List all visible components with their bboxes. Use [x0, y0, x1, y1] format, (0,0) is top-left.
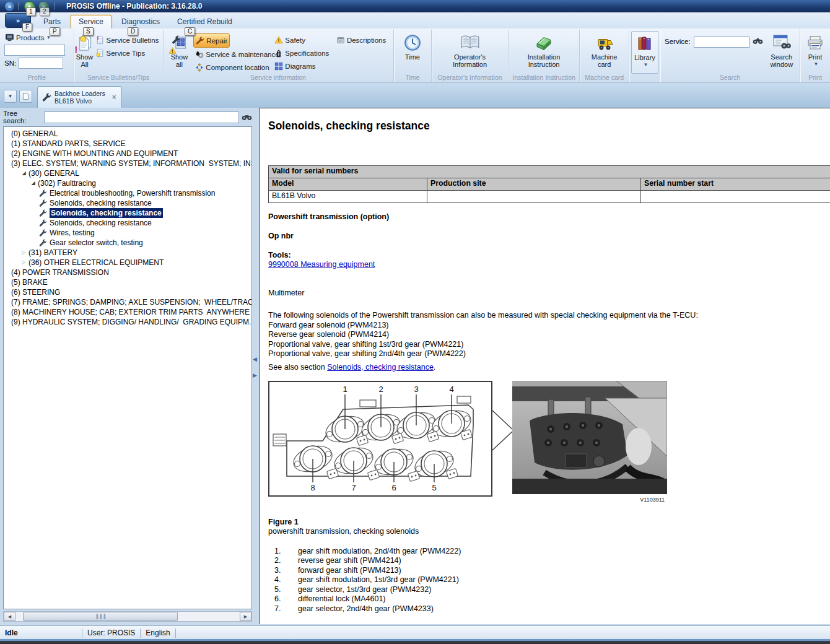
- tree-search-input[interactable]: [44, 111, 239, 123]
- tree-item[interactable]: Solenoids, checking resistance: [4, 208, 251, 218]
- scroll-right-arrow[interactable]: ▶: [240, 612, 251, 621]
- see-also-link[interactable]: Solenoids, checking resistance: [327, 363, 434, 372]
- service-search-input[interactable]: [694, 37, 749, 48]
- show-all-service-button[interactable]: Show all: [165, 31, 194, 74]
- wrench-icon: [39, 239, 48, 247]
- group-label-print: Print: [802, 74, 828, 82]
- cell-model: BL61B Volvo: [269, 190, 427, 202]
- callout-number: 6: [391, 483, 396, 492]
- group-label-search: Search: [662, 74, 798, 82]
- component-location-icon: [195, 63, 204, 72]
- tree-item[interactable]: Solenoids, checking resistance: [4, 218, 251, 228]
- tree-item[interactable]: (0) GENERAL: [4, 129, 251, 139]
- tree-item[interactable]: (1) STANDARD PARTS, SERVICE: [4, 139, 251, 149]
- service-tips-button[interactable]: Service Tips: [94, 46, 161, 59]
- expand-icon[interactable]: ▷: [20, 258, 27, 268]
- collapse-icon[interactable]: ◢: [30, 178, 37, 188]
- tree-item[interactable]: (5) BRAKE: [4, 277, 251, 287]
- operators-information-button[interactable]: Operator's Information: [436, 31, 504, 74]
- descriptions-icon: [336, 36, 345, 45]
- tree-item[interactable]: (8) MACHINERY HOUSE; CAB; EXTERIOR TRIM …: [4, 307, 251, 317]
- tree-item[interactable]: ▷(36) OTHER ELECTRICAL EQUIPMENT: [4, 258, 251, 268]
- machine-card-button[interactable]: Machine card: [583, 31, 626, 74]
- tree-item[interactable]: Wires, testing: [4, 228, 251, 238]
- safety-button[interactable]: Safety: [273, 33, 334, 46]
- paragraph-intro: The following solenoids of the Powershif…: [268, 311, 830, 321]
- callout-number: 8: [310, 483, 315, 492]
- tools-label: Tools:: [268, 251, 830, 261]
- tree-item[interactable]: ▷(31) BATTERY: [4, 248, 251, 258]
- chevron-down-icon: ▼: [644, 61, 649, 69]
- tab-close-icon[interactable]: ×: [112, 93, 116, 102]
- tab-list-dropdown-button[interactable]: ▼: [4, 90, 17, 103]
- tree-item[interactable]: (6) STEERING: [4, 287, 251, 297]
- solenoid-line: Reverse gear solenoid (PWM4214): [268, 330, 830, 340]
- show-all-bulletins-button[interactable]: ! Show All: [76, 31, 94, 74]
- tab-certified-rebuild[interactable]: Certified Rebuild: [170, 15, 240, 28]
- tree-search-binoculars-icon[interactable]: [242, 113, 252, 121]
- print-button[interactable]: Print ▼: [802, 31, 828, 74]
- component-location-button[interactable]: Component location: [193, 61, 273, 74]
- legend-item: 5.gear selector, 1st/3rd gear (PWM4232): [268, 585, 830, 595]
- tree-item-label: (36) OTHER ELECTRICAL EQUIPMENT: [28, 258, 164, 268]
- scroll-thumb[interactable]: ▐▐▐: [23, 612, 178, 621]
- service-bulletins-button[interactable]: ! Service Bulletins: [94, 33, 161, 46]
- legend-item: 4.gear shift modulation, 1st/3rd gear (P…: [268, 575, 830, 585]
- collapse-icon[interactable]: ◢: [20, 168, 27, 178]
- sn-input[interactable]: [19, 58, 63, 69]
- main-area: Tree search: (0) GENERAL(1) STANDARD PAR…: [0, 108, 830, 625]
- ribbon-group-search: Service: Search window Search: [660, 30, 800, 82]
- green-book-icon: [535, 32, 553, 53]
- tree-item[interactable]: Solenoids, checking resistance: [4, 198, 251, 208]
- tree-item-label: (6) STEERING: [11, 287, 60, 297]
- tree-item[interactable]: (9) HYDRAULIC SYSTEM; DIGGING/ HANDLING/…: [4, 317, 251, 327]
- legend-item: 1.gear shift modulation, 2nd/4th gear (P…: [268, 547, 830, 557]
- wrench-icon: [39, 229, 48, 237]
- new-document-icon: [22, 92, 29, 100]
- tree-item[interactable]: Electrical troubleshooting, Powershift t…: [4, 188, 251, 198]
- tree-item[interactable]: (2) ENGINE WITH MOUNTING AND EQUIPMENT: [4, 149, 251, 159]
- tab-diagnostics[interactable]: Diagnostics: [114, 15, 167, 28]
- scroll-left-arrow[interactable]: ◀: [4, 612, 15, 621]
- tab-parts[interactable]: Parts: [36, 15, 68, 28]
- tree-item[interactable]: ◢(30) GENERAL: [4, 168, 251, 178]
- service-maintenance-button[interactable]: Service & maintenance: [193, 48, 273, 61]
- ribbon-group-machine-card: Machine card Machine card: [580, 30, 629, 82]
- panel-splitter[interactable]: ◀ ▶: [252, 110, 259, 622]
- tools-link[interactable]: 9990008 Measuring equipment: [268, 260, 375, 269]
- tree-item-label: Solenoids, checking resistance: [50, 208, 163, 218]
- new-tab-button[interactable]: [19, 90, 32, 103]
- time-button[interactable]: Time: [397, 31, 428, 74]
- products-icon: [5, 33, 14, 42]
- repair-button[interactable]: Repair: [193, 33, 230, 48]
- tree-item[interactable]: (3) ELEC. SYSTEM; WARNING SYSTEM; INFORM…: [4, 159, 251, 168]
- products-button[interactable]: Products ▼: [3, 32, 71, 43]
- search-window-button[interactable]: Search window: [766, 32, 798, 68]
- window-bottom-edge: [0, 639, 830, 644]
- page-title: Solenoids, checking resistance: [268, 121, 830, 131]
- splitter-collapse-icon[interactable]: ◀: [253, 356, 257, 362]
- tree-hscrollbar[interactable]: ◀ ▐▐▐ ▶: [3, 611, 252, 622]
- tab-service[interactable]: Service: [71, 15, 111, 28]
- diagrams-button[interactable]: Diagrams: [273, 59, 334, 72]
- status-user: User: PROSIS: [85, 629, 138, 637]
- tree-item[interactable]: ◢(302) Faulttracing: [4, 178, 251, 188]
- expand-icon[interactable]: ▷: [20, 248, 27, 258]
- library-button[interactable]: Library ▼: [632, 32, 658, 73]
- service-search-label: Service:: [665, 38, 691, 45]
- specifications-button[interactable]: Specifications: [273, 46, 334, 59]
- profile-input[interactable]: [4, 45, 65, 56]
- group-label-profile: Profile: [2, 74, 72, 82]
- tree-item[interactable]: (7) FRAME; SPRINGS; DAMPING; AXLE SUSPEN…: [4, 297, 251, 307]
- figure-callout-lines: [492, 381, 512, 494]
- document-tab[interactable]: Backhoe Loaders BL61B Volvo ×: [37, 86, 122, 108]
- tree-item[interactable]: Gear selector switch, testing: [4, 238, 251, 248]
- descriptions-button[interactable]: Descriptions: [334, 33, 391, 46]
- installation-instruction-button[interactable]: Installation Instruction: [512, 31, 576, 74]
- splitter-expand-icon[interactable]: ▶: [253, 372, 257, 378]
- binoculars-icon[interactable]: [753, 37, 763, 45]
- tree-item-label: (30) GENERAL: [28, 168, 79, 178]
- tree-item-label: Gear selector switch, testing: [50, 238, 143, 248]
- tree-search-label: Tree search:: [3, 110, 41, 124]
- tree-item[interactable]: (4) POWER TRANSMISSION: [4, 268, 251, 277]
